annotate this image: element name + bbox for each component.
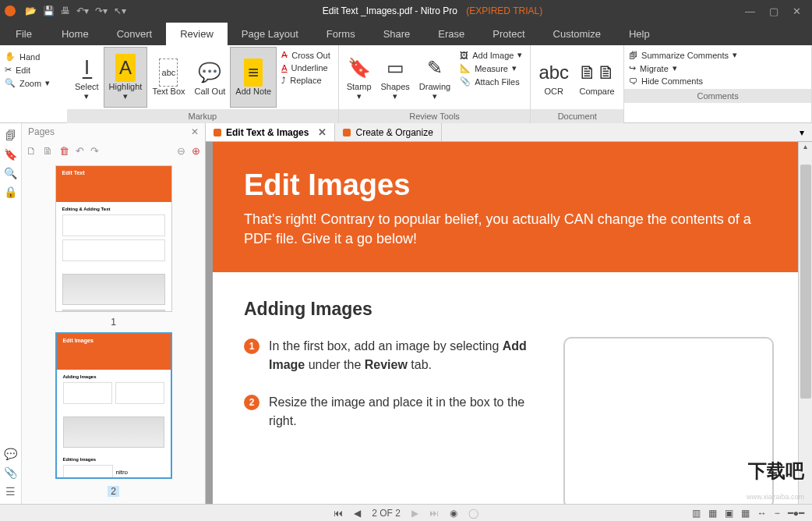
highlight-button[interactable]: AHighlight▾ <box>104 47 148 108</box>
tab-forms[interactable]: Forms <box>312 23 369 45</box>
summarize-comments-button[interactable]: 🗐Summarize Comments ▾ <box>629 50 807 60</box>
vertical-scrollbar[interactable]: ▴ <box>798 142 812 504</box>
maximize-icon[interactable]: ▢ <box>769 5 778 17</box>
select-label: Select <box>75 82 99 91</box>
layers-icon[interactable]: ☰ <box>5 485 16 498</box>
thumbnail-page-2[interactable]: Edit Images Adding Images Editing Images… <box>55 332 172 479</box>
nav-prev-icon[interactable]: ◀ <box>354 508 361 519</box>
textbox-icon: abc <box>159 58 178 87</box>
callout-button[interactable]: 💬Call Out <box>190 47 231 108</box>
fit-width-icon[interactable]: ↔ <box>757 508 767 519</box>
tab-help[interactable]: Help <box>615 23 664 45</box>
attach-panel-icon[interactable]: 📎 <box>4 466 17 479</box>
minimize-icon[interactable]: — <box>745 5 755 17</box>
zoom-out-icon[interactable]: ⊖ <box>177 145 185 157</box>
hand-tool[interactable]: ✋Hand <box>5 51 62 62</box>
cursor-icon[interactable]: ↖▾ <box>114 5 126 16</box>
page-indicator[interactable]: 2 OF 2 <box>372 508 401 519</box>
summarize-icon: 🗐 <box>629 51 637 60</box>
new-page-icon[interactable]: 🗋 <box>26 145 37 157</box>
tab-protect[interactable]: Protect <box>478 23 538 45</box>
drawing-button[interactable]: ✎Drawing▾ <box>415 47 455 108</box>
nav-forward-icon[interactable]: ◯ <box>468 508 478 519</box>
addnote-button[interactable]: ≡Add Note <box>230 47 277 108</box>
hero-title: Edit Images <box>244 168 774 202</box>
rotate-left-icon[interactable]: ↶ <box>76 145 84 157</box>
ocr-button[interactable]: abcOCR <box>534 47 574 108</box>
stamp-button[interactable]: 🔖Stamp▾ <box>342 47 376 108</box>
tab-convert[interactable]: Convert <box>103 23 167 45</box>
save-icon[interactable]: 💾 <box>43 5 55 16</box>
chevron-down-icon: ▾ <box>432 91 437 101</box>
select-icon: I̲ <box>84 54 90 82</box>
step-2-text: Resize the image and place it in the box… <box>269 393 540 431</box>
crossout-button[interactable]: A̶Cross Out <box>281 50 330 60</box>
doctab-menu[interactable]: ▾ <box>792 123 812 141</box>
search-panel-icon[interactable]: 🔍 <box>4 167 17 179</box>
edit-icon: ✂ <box>5 65 12 75</box>
steps-list: 1 In the first box, add an image by sele… <box>244 337 540 449</box>
compare-button[interactable]: 🗎🗎Compare <box>574 47 620 108</box>
view-single-icon[interactable]: ▥ <box>692 508 701 519</box>
nav-next-icon[interactable]: ▶ <box>411 508 418 519</box>
tab-share[interactable]: Share <box>369 23 425 45</box>
hand-label: Hand <box>19 52 40 62</box>
tab-page-layout[interactable]: Page Layout <box>228 23 312 45</box>
pages-panel-icon[interactable]: 🗐 <box>5 129 16 142</box>
view-facing-icon[interactable]: ▣ <box>725 508 733 519</box>
zoom-slider[interactable]: ━●━ <box>788 508 804 519</box>
view-grid-icon[interactable]: ▦ <box>741 508 750 519</box>
panel-close-icon[interactable]: ✕ <box>191 126 199 137</box>
open-icon[interactable]: 📂 <box>25 5 37 16</box>
textbox-button[interactable]: abcText Box <box>147 47 189 108</box>
bookmarks-icon[interactable]: 🔖 <box>4 148 17 161</box>
redo-icon[interactable]: ↷▾ <box>95 5 108 16</box>
tab-review[interactable]: Review <box>166 23 228 45</box>
crossout-label: Cross Out <box>291 51 330 60</box>
rotate-right-icon[interactable]: ↷ <box>90 145 99 157</box>
callout-icon: 💬 <box>198 58 221 87</box>
tab-erase[interactable]: Erase <box>424 23 478 45</box>
doctab-create-organize[interactable]: Create & Organize <box>335 123 441 141</box>
pages-panel: Pages ✕ 🗋 🗎 🗑 ↶ ↷ ⊖ ⊕ Edit Text Editing … <box>22 123 206 504</box>
tab-file[interactable]: File <box>0 23 48 45</box>
print-icon[interactable]: 🖶 <box>61 5 70 16</box>
view-continuous-icon[interactable]: ▦ <box>708 508 717 519</box>
attach-button[interactable]: 📎Attach Files <box>460 76 522 87</box>
extract-icon[interactable]: 🗎 <box>43 145 53 157</box>
title-bar: 📂 💾 🖶 ↶▾ ↷▾ ↖▾ Edit Text _Images.pdf - N… <box>0 0 812 22</box>
undo-icon[interactable]: ↶▾ <box>76 5 89 16</box>
addimage-button[interactable]: 🖼Add Image ▾ <box>460 50 522 60</box>
select-button[interactable]: I̲Select▾ <box>70 47 104 108</box>
shapes-button[interactable]: ▭Shapes▾ <box>376 47 415 108</box>
thumbnail-page-1[interactable]: Edit Text Editing & Adding Text <box>55 165 172 312</box>
zoom-out-status-icon[interactable]: − <box>775 508 780 519</box>
thumb-label-1: 1 <box>45 317 182 328</box>
close-icon[interactable]: ✕ <box>793 5 801 17</box>
doctab1-close-icon[interactable]: ✕ <box>318 126 327 138</box>
zoom-in-icon[interactable]: ⊕ <box>192 145 200 157</box>
migrate-button[interactable]: ↪Migrate ▾ <box>629 63 807 73</box>
tab-home[interactable]: Home <box>48 23 103 45</box>
edit-tool[interactable]: ✂Edit <box>5 65 62 75</box>
zoom-tool[interactable]: 🔍Zoom ▾ <box>5 78 62 88</box>
underline-button[interactable]: AUnderline <box>281 63 330 73</box>
doctab-edit-text-images[interactable]: Edit Text & Images ✕ <box>206 123 335 141</box>
doctab1-label: Edit Text & Images <box>226 127 309 138</box>
nav-back-icon[interactable]: ◉ <box>450 508 457 519</box>
hero-body: That's right! Contrary to popular belief… <box>244 210 774 249</box>
replace-button[interactable]: ⤴Replace <box>281 76 330 85</box>
delete-page-icon[interactable]: 🗑 <box>59 145 69 157</box>
document-scroll[interactable]: Edit Images That's right! Contrary to po… <box>206 142 812 504</box>
scrollbar-thumb[interactable] <box>800 165 811 399</box>
app-logo-icon <box>0 0 20 22</box>
hide-comments-button[interactable]: 🗨Hide Comments <box>629 76 807 86</box>
signatures-icon[interactable]: 🔒 <box>4 186 17 198</box>
pages-panel-header: Pages ✕ <box>22 123 205 140</box>
scroll-up-icon[interactable]: ▴ <box>799 142 812 151</box>
nav-first-icon[interactable]: ⏮ <box>334 508 343 519</box>
measure-button[interactable]: 📐Measure ▾ <box>460 63 522 73</box>
comment-panel-icon[interactable]: 💬 <box>4 448 17 460</box>
nav-last-icon[interactable]: ⏭ <box>429 508 439 519</box>
tab-customize[interactable]: Customize <box>539 23 615 45</box>
